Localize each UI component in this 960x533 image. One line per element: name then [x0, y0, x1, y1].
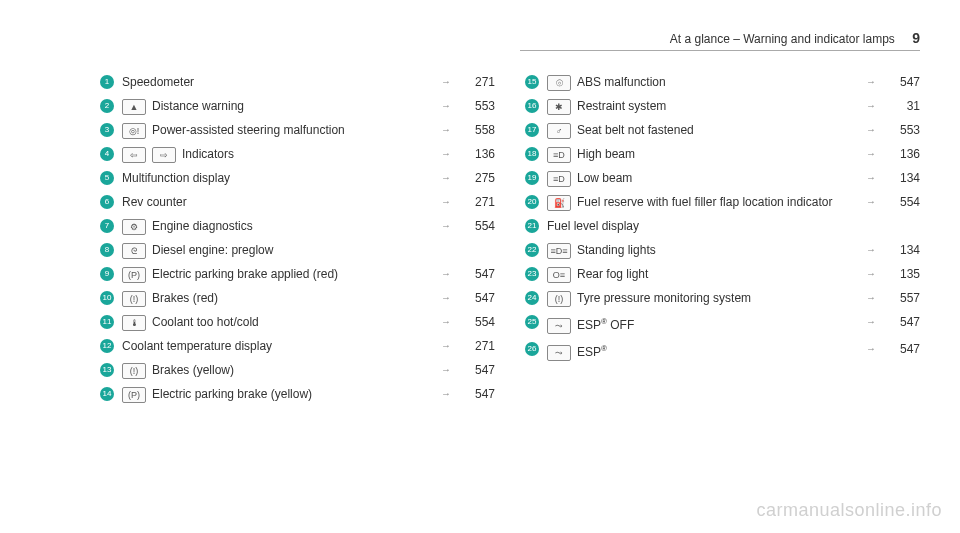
item-marker: 8 — [100, 243, 114, 257]
steering-icon: ◎! — [122, 123, 146, 139]
item-marker: 16 — [525, 99, 539, 113]
page-ref-arrow-icon: → — [862, 313, 880, 331]
list-item: 20⛽Fuel reserve with fuel filler flap lo… — [525, 190, 920, 214]
page-ref: 553 — [880, 121, 920, 139]
preglow-icon: ᘓ — [122, 243, 146, 259]
page-ref: 271 — [455, 193, 495, 211]
section-title: At a glance – Warning and indicator lamp… — [670, 32, 895, 46]
item-label: Multifunction display — [122, 171, 230, 185]
list-item: 4⇦⇨Indicators→136 — [100, 142, 495, 166]
page-ref: 271 — [455, 337, 495, 355]
list-item: 19≡DLow beam→134 — [525, 166, 920, 190]
page-ref: 554 — [455, 313, 495, 331]
item-label: Electric parking brake (yellow) — [152, 387, 312, 401]
page-ref-arrow-icon: → — [437, 145, 455, 163]
item-label: Restraint system — [577, 99, 666, 113]
page-ref: 275 — [455, 169, 495, 187]
list-item: 26⤳ESP®→547 — [525, 337, 920, 364]
item-label: Low beam — [577, 171, 632, 185]
standing-lights-icon: ≡D≡ — [547, 243, 571, 259]
list-item: 16✱Restraint system→31 — [525, 94, 920, 118]
list-item: 12Coolant temperature display→271 — [100, 334, 495, 358]
list-item: 13(!)Brakes (yellow)→547 — [100, 358, 495, 382]
item-marker: 12 — [100, 339, 114, 353]
item-marker: 11 — [100, 315, 114, 329]
item-marker: 13 — [100, 363, 114, 377]
list-item: 17♂Seat belt not fastened→553 — [525, 118, 920, 142]
page-ref-arrow-icon: → — [862, 265, 880, 283]
parking-brake-red-icon: (P) — [122, 267, 146, 283]
left-column: 1Speedometer→2712▲Distance warning→5533◎… — [100, 70, 495, 406]
item-marker: 3 — [100, 123, 114, 137]
item-marker: 4 — [100, 147, 114, 161]
item-marker: 6 — [100, 195, 114, 209]
page-ref-arrow-icon: → — [437, 361, 455, 379]
brakes-red-icon: (!) — [122, 291, 146, 307]
item-label: Brakes (yellow) — [152, 363, 234, 377]
item-label-wrap: (!)Brakes (red) — [122, 289, 431, 307]
item-label-wrap: Fuel level display — [547, 217, 856, 235]
list-item: 14(P)Electric parking brake (yellow)→547 — [100, 382, 495, 406]
fuel-icon: ⛽ — [547, 195, 571, 211]
item-label-wrap: ✱Restraint system — [547, 97, 856, 115]
page-ref-arrow-icon: → — [437, 217, 455, 235]
item-marker: 21 — [525, 219, 539, 233]
item-label-wrap: Multifunction display — [122, 169, 431, 187]
page-ref: 547 — [455, 289, 495, 307]
page-ref: 557 — [880, 289, 920, 307]
list-item: 7⚙Engine diagnostics→554 — [100, 214, 495, 238]
esp-off-icon: ⤳ — [547, 318, 571, 334]
item-label: Distance warning — [152, 99, 244, 113]
item-label-wrap: ⤳ESP® — [547, 340, 856, 361]
item-label-wrap: ♂Seat belt not fastened — [547, 121, 856, 139]
item-label-wrap: (!)Tyre pressure monitoring system — [547, 289, 856, 307]
item-label: Coolant too hot/cold — [152, 315, 259, 329]
item-label-wrap: ⛽Fuel reserve with fuel filler flap loca… — [547, 193, 856, 211]
page-ref-arrow-icon: → — [862, 169, 880, 187]
list-item: 2▲Distance warning→553 — [100, 94, 495, 118]
content-columns: 1Speedometer→2712▲Distance warning→5533◎… — [100, 70, 920, 406]
list-item: 11🌡Coolant too hot/cold→554 — [100, 310, 495, 334]
page-ref: 553 — [455, 97, 495, 115]
page-ref-arrow-icon: → — [437, 73, 455, 91]
list-item: 21Fuel level display — [525, 214, 920, 238]
distance-warning-icon: ▲ — [122, 99, 146, 115]
item-marker: 23 — [525, 267, 539, 281]
list-item: 23O≡Rear fog light→135 — [525, 262, 920, 286]
item-marker: 17 — [525, 123, 539, 137]
item-marker: 24 — [525, 291, 539, 305]
page-ref: 547 — [880, 313, 920, 331]
page-ref: 271 — [455, 73, 495, 91]
page-ref-arrow-icon: → — [862, 97, 880, 115]
page-header: At a glance – Warning and indicator lamp… — [670, 30, 920, 46]
page-ref: 134 — [880, 169, 920, 187]
seatbelt-icon: ♂ — [547, 123, 571, 139]
item-label-wrap: (!)Brakes (yellow) — [122, 361, 431, 379]
list-item: 25⤳ESP® OFF→547 — [525, 310, 920, 337]
page-ref: 31 — [880, 97, 920, 115]
item-label-wrap: (P)Electric parking brake (yellow) — [122, 385, 431, 403]
page-ref: 547 — [880, 340, 920, 358]
page-ref: 547 — [455, 265, 495, 283]
page-ref: 547 — [880, 73, 920, 91]
coolant-icon: 🌡 — [122, 315, 146, 331]
list-item: 6Rev counter→271 — [100, 190, 495, 214]
item-label-wrap: ⇦⇨Indicators — [122, 145, 431, 163]
item-label: Seat belt not fastened — [577, 123, 694, 137]
item-marker: 26 — [525, 342, 539, 356]
indicator-right-icon: ⇨ — [152, 147, 176, 163]
item-label-wrap: ▲Distance warning — [122, 97, 431, 115]
page-ref: 547 — [455, 385, 495, 403]
item-marker: 25 — [525, 315, 539, 329]
page-ref: 554 — [455, 217, 495, 235]
page-ref-arrow-icon: → — [437, 193, 455, 211]
item-label-wrap: ᘓDiesel engine: preglow — [122, 241, 431, 259]
list-item: 5Multifunction display→275 — [100, 166, 495, 190]
page-ref-arrow-icon: → — [437, 337, 455, 355]
item-label: Electric parking brake applied (red) — [152, 267, 338, 281]
page-ref: 547 — [455, 361, 495, 379]
item-label-wrap: ⦾ABS malfunction — [547, 73, 856, 91]
item-label: Tyre pressure monitoring system — [577, 291, 751, 305]
item-label-wrap: Speedometer — [122, 73, 431, 91]
item-label: Fuel level display — [547, 219, 639, 233]
